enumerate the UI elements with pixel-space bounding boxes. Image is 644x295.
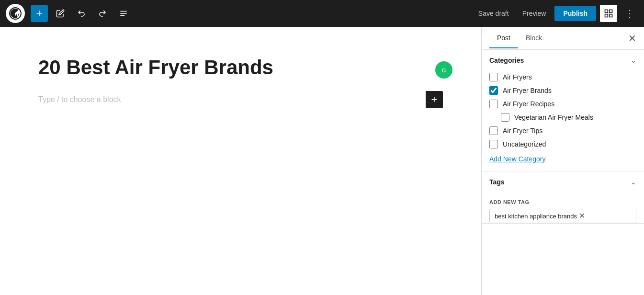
placeholder-text: Type / to choose a block	[38, 95, 121, 104]
preview-button[interactable]: Preview	[518, 7, 551, 20]
svg-rect-7	[610, 14, 612, 17]
add-new-tag-label: ADD NEW TAG	[482, 193, 644, 209]
category-checkbox-air-fryer-recipes[interactable]	[489, 100, 498, 108]
svg-rect-5	[610, 10, 612, 13]
tab-block[interactable]: Block	[518, 28, 550, 48]
category-checkbox-air-fryer-tips[interactable]	[489, 126, 498, 135]
category-item-vegetarian: Vegetarian Air Fryer Meals	[489, 113, 636, 122]
tag-chip-label: best kitchen appliance brands	[495, 213, 577, 220]
publish-button[interactable]: Publish	[554, 6, 596, 21]
categories-section: Categories ⌄ Air Fryers Air Fryer Brands…	[482, 50, 644, 171]
category-label-vegetarian[interactable]: Vegetarian Air Fryer Meals	[514, 113, 593, 121]
category-item-air-fryers: Air Fryers	[489, 73, 636, 81]
tags-section-header[interactable]: Tags ⌄	[482, 171, 644, 193]
svg-rect-6	[605, 14, 608, 17]
main-layout: G 20 Best Air Fryer Brands Type / to cho…	[0, 27, 644, 295]
edit-tool-button[interactable]	[52, 5, 69, 22]
category-label-uncategorized[interactable]: Uncategorized	[503, 140, 546, 148]
svg-rect-4	[605, 10, 608, 13]
category-checkbox-air-fryers[interactable]	[489, 73, 498, 81]
sidebar-close-button[interactable]: ✕	[628, 34, 636, 43]
category-label-air-fryer-brands[interactable]: Air Fryer Brands	[503, 87, 552, 94]
category-item-uncategorized: Uncategorized	[489, 140, 636, 148]
post-title[interactable]: 20 Best Air Fryer Brands	[38, 56, 443, 79]
categories-body: Air Fryers Air Fryer Brands Air Fryer Re…	[482, 71, 644, 171]
category-checkbox-air-fryer-brands[interactable]	[489, 86, 498, 95]
tag-input-area[interactable]: best kitchen appliance brands ✕	[489, 209, 636, 223]
toolbar-right: Save draft Preview Publish ⋮	[474, 5, 638, 22]
categories-title: Categories	[489, 57, 524, 64]
redo-button[interactable]	[94, 5, 111, 22]
sidebar: Post Block ✕ Categories ⌄ Air Fryers Air…	[481, 27, 644, 295]
block-placeholder: Type / to choose a block +	[38, 91, 443, 108]
tag-chip-best-kitchen: best kitchen appliance brands ✕	[495, 212, 585, 220]
categories-section-header[interactable]: Categories ⌄	[482, 50, 644, 71]
tags-section: Tags ⌄ ADD NEW TAG best kitchen applianc…	[482, 171, 644, 224]
save-draft-button[interactable]: Save draft	[474, 7, 514, 20]
tags-toggle-icon: ⌄	[631, 178, 636, 186]
more-options-button[interactable]: ⋮	[621, 6, 638, 21]
tags-title: Tags	[489, 178, 505, 186]
undo-button[interactable]	[73, 5, 90, 22]
category-item-air-fryer-brands: Air Fryer Brands	[489, 86, 636, 95]
editor-area: G 20 Best Air Fryer Brands Type / to cho…	[0, 27, 481, 295]
add-block-inline-button[interactable]: +	[426, 91, 443, 108]
categories-toggle-icon: ⌄	[631, 57, 636, 64]
category-label-air-fryers[interactable]: Air Fryers	[503, 73, 532, 81]
category-label-air-fryer-recipes[interactable]: Air Fryer Recipes	[503, 100, 554, 108]
category-checkbox-vegetarian[interactable]	[501, 113, 509, 122]
grammarly-icon[interactable]: G	[435, 61, 452, 79]
tag-chip-remove-button[interactable]: ✕	[579, 212, 585, 220]
add-block-toolbar-button[interactable]: +	[31, 5, 48, 22]
tab-post[interactable]: Post	[489, 28, 518, 48]
layout-view-button[interactable]	[600, 5, 617, 22]
add-new-category-button[interactable]: Add New Category	[489, 155, 546, 163]
document-overview-button[interactable]	[115, 5, 132, 22]
svg-text:G: G	[441, 67, 446, 74]
toolbar: + Save draft Preview Publish ⋮	[0, 0, 644, 27]
category-item-air-fryer-recipes: Air Fryer Recipes	[489, 100, 636, 108]
category-item-air-fryer-tips: Air Fryer Tips	[489, 126, 636, 135]
category-label-air-fryer-tips[interactable]: Air Fryer Tips	[503, 127, 542, 135]
sidebar-header: Post Block ✕	[482, 27, 644, 50]
wp-logo[interactable]	[6, 4, 25, 23]
category-checkbox-uncategorized[interactable]	[489, 140, 498, 148]
